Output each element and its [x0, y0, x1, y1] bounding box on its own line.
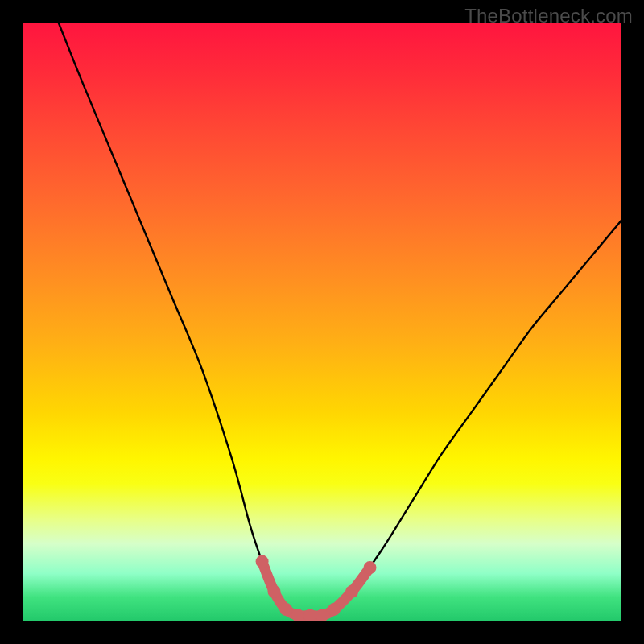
highlight-marker — [267, 585, 280, 598]
bottleneck-curve — [59, 23, 621, 616]
curve-layer — [23, 23, 621, 621]
plot-area — [23, 23, 621, 621]
highlight-marker — [316, 609, 328, 621]
highlight-marker — [256, 555, 269, 568]
highlight-marker — [364, 561, 377, 574]
highlight-marker — [328, 603, 341, 616]
watermark-text: TheBottleneck.com — [464, 5, 633, 27]
chart-frame: TheBottleneck.com — [0, 0, 644, 644]
highlight-marker — [303, 609, 316, 621]
highlight-marker — [291, 609, 304, 621]
highlighted-bottom — [256, 555, 377, 621]
highlight-marker — [279, 603, 292, 616]
highlight-marker — [345, 585, 358, 598]
